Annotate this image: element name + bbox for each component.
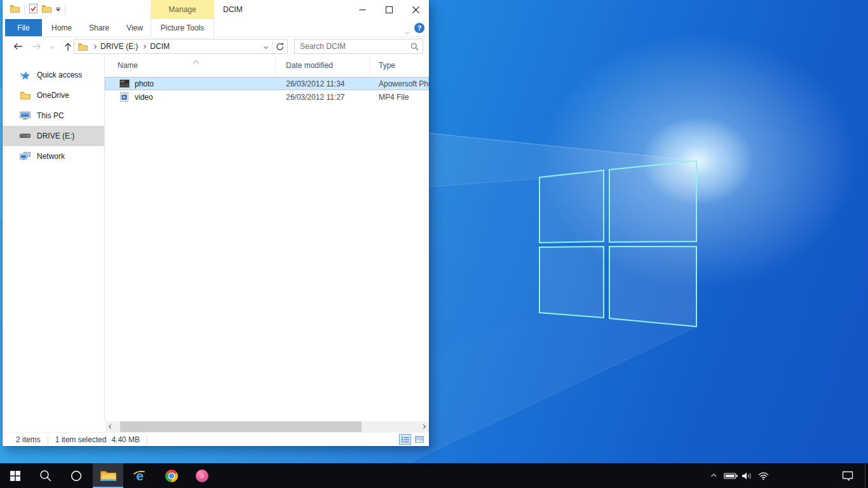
scrollbar-thumb[interactable] <box>120 421 362 432</box>
action-center-icon[interactable] <box>836 463 859 488</box>
breadcrumb-segment-dcim[interactable]: DCIM <box>149 42 171 51</box>
sidebar-item-label: Quick access <box>37 71 82 79</box>
search-icon <box>39 470 52 482</box>
tab-file[interactable]: File <box>5 19 42 36</box>
tab-share[interactable]: Share <box>81 19 117 36</box>
sidebar-item-this-pc[interactable]: This PC <box>3 105 104 126</box>
sidebar-item-network[interactable]: Network <box>3 146 104 166</box>
column-headers: Name Date modified Type <box>105 56 429 75</box>
photo-thumbnail-icon <box>119 79 130 88</box>
sidebar-item-onedrive[interactable]: OneDrive <box>3 85 104 105</box>
large-thumbnails-view-icon[interactable] <box>413 434 425 445</box>
onedrive-folder-icon <box>20 91 31 100</box>
search-input[interactable] <box>295 42 406 51</box>
column-header-name[interactable]: Name <box>105 56 276 75</box>
taskbar-file-explorer-button[interactable] <box>93 463 123 488</box>
start-button[interactable] <box>0 463 31 488</box>
taskbar-chrome-button[interactable] <box>156 463 187 488</box>
file-rows: photo 26/03/2012 11:34 Apowersoft Pho vi… <box>105 77 429 104</box>
sort-ascending-caret-icon[interactable] <box>194 58 198 67</box>
address-bar-row: DRIVE (E:) DCIM <box>3 37 429 56</box>
status-selection-summary: 1 item selected <box>55 435 107 444</box>
horizontal-scrollbar[interactable] <box>105 421 429 432</box>
cortana-button[interactable] <box>61 463 92 488</box>
volume-icon[interactable] <box>740 463 755 488</box>
status-selection-size: 4.40 MB <box>111 435 140 444</box>
tab-view[interactable]: View <box>119 19 150 36</box>
file-row-video[interactable]: video 26/03/2012 11:27 MP4 File <box>105 90 429 104</box>
minimize-button[interactable] <box>349 0 376 19</box>
search-box[interactable] <box>294 39 423 54</box>
show-desktop-button[interactable] <box>865 463 868 488</box>
internet-explorer-icon: e <box>133 469 147 483</box>
tab-picture-tools[interactable]: Picture Tools <box>151 19 214 37</box>
ribbon-tab-row: File Home Share View Picture Tools ? <box>3 19 429 37</box>
cortana-circle-icon <box>70 470 83 482</box>
taskbar-search-button[interactable] <box>31 463 61 488</box>
scroll-right-arrow-icon[interactable] <box>418 421 429 432</box>
sidebar-item-label: Network <box>37 152 65 161</box>
address-dropdown-chevron-icon[interactable] <box>259 45 272 48</box>
refresh-icon[interactable] <box>273 43 287 51</box>
file-date-modified: 26/03/2012 11:34 <box>276 79 370 88</box>
contextual-tab-group-manage[interactable]: Manage <box>151 0 214 19</box>
customize-quick-access-dropdown-icon[interactable] <box>56 8 60 11</box>
maximize-button[interactable] <box>376 0 402 19</box>
status-bar: 2 items 1 item selected 4.40 MB <box>3 432 429 446</box>
wifi-icon[interactable] <box>755 463 771 488</box>
details-view-icon[interactable] <box>399 434 411 445</box>
address-bar[interactable]: DRIVE (E:) DCIM <box>74 39 288 54</box>
file-name: video <box>135 93 153 102</box>
status-divider <box>48 435 48 444</box>
properties-icon[interactable] <box>29 4 37 16</box>
back-button[interactable] <box>10 37 25 56</box>
expand-ribbon-chevron-icon[interactable] <box>405 25 409 36</box>
column-header-type[interactable]: Type <box>370 56 429 75</box>
help-button[interactable]: ? <box>414 23 424 33</box>
qat-separator <box>24 5 25 15</box>
scroll-left-arrow-icon[interactable] <box>105 421 116 432</box>
file-list-area: Name Date modified Type photo 26/03/2012… <box>105 56 429 421</box>
sidebar-item-label: OneDrive <box>37 91 69 100</box>
status-divider <box>147 435 147 444</box>
network-icon <box>20 152 31 161</box>
file-row-photo[interactable]: photo 26/03/2012 11:34 Apowersoft Pho <box>105 77 429 90</box>
search-icon[interactable] <box>406 43 423 51</box>
screen: Manage DCIM File Home Share View Picture… <box>0 0 868 488</box>
this-pc-monitor-icon <box>20 111 31 120</box>
title-bar[interactable]: Manage DCIM <box>3 0 429 19</box>
close-button[interactable] <box>402 0 429 19</box>
column-header-date-modified[interactable]: Date modified <box>276 56 370 75</box>
breadcrumb-chevron-icon <box>90 45 99 48</box>
file-type: Apowersoft Pho <box>370 79 429 88</box>
recent-locations-chevron-icon[interactable] <box>47 37 57 56</box>
tab-home[interactable]: Home <box>44 19 79 36</box>
taskbar-itunes-button[interactable]: ♫ <box>187 463 217 488</box>
drive-icon <box>20 133 31 139</box>
itunes-note-glyph: ♫ <box>200 472 205 479</box>
address-folder-icon <box>78 43 88 51</box>
battery-icon[interactable] <box>722 463 739 488</box>
file-explorer-icon <box>100 470 116 482</box>
quick-access-star-icon <box>20 71 31 80</box>
sidebar-item-drive-e[interactable]: DRIVE (E:) <box>3 126 104 146</box>
file-explorer-window: Manage DCIM File Home Share View Picture… <box>3 0 429 446</box>
sidebar-item-label: This PC <box>37 111 64 120</box>
sidebar-item-quick-access[interactable]: Quick access <box>3 65 104 85</box>
sidebar-item-label: DRIVE (E:) <box>37 132 74 140</box>
new-folder-icon[interactable] <box>42 4 51 15</box>
help-glyph: ? <box>417 24 422 32</box>
status-item-count: 2 items <box>16 435 41 444</box>
navigation-pane: Quick access OneDrive This PC <box>3 56 105 421</box>
windows-logo-icon <box>10 471 20 481</box>
file-name: photo <box>135 79 154 88</box>
forward-button[interactable] <box>31 37 43 56</box>
show-hidden-icons-chevron[interactable] <box>707 463 721 488</box>
breadcrumb-segment-drive[interactable]: DRIVE (E:) <box>99 42 139 51</box>
up-button[interactable] <box>61 37 75 56</box>
view-toggle-buttons <box>399 434 425 445</box>
taskbar-internet-explorer-button[interactable]: e <box>125 463 155 488</box>
qat-separator <box>65 5 65 15</box>
chrome-icon <box>165 470 178 482</box>
breadcrumb-chevron-icon <box>139 45 149 48</box>
